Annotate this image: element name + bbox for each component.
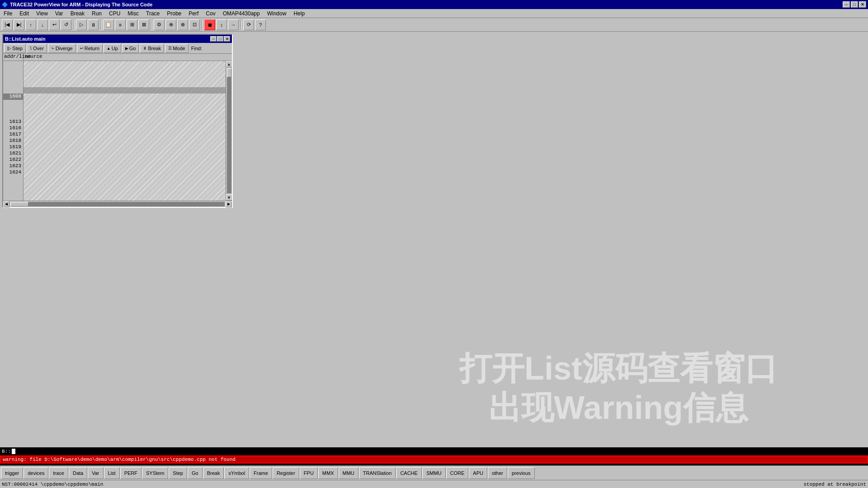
source-title-controls: ─ □ ✕ — [210, 36, 230, 42]
bottom-btn-other[interactable]: other — [488, 467, 507, 479]
scroll-down-button[interactable]: ▼ — [226, 194, 232, 201]
bottom-btn-MMX[interactable]: MMX — [318, 467, 338, 479]
line-numbers: 1608 16131616161716181619162116221623162… — [3, 61, 24, 201]
vertical-scrollbar[interactable]: ▲ ▼ — [226, 61, 232, 201]
toolbar-btn-10[interactable]: ≡ — [115, 19, 126, 30]
return-button[interactable]: ↩ Return — [77, 44, 103, 53]
toolbar-btn-4[interactable]: ↓ — [37, 19, 48, 30]
bottom-btn-trigger[interactable]: trigger — [1, 467, 23, 479]
toolbar-btn-1[interactable]: |◀ — [2, 19, 13, 30]
bottom-btn-List[interactable]: List — [104, 467, 120, 479]
toolbar-btn-6[interactable]: ↺ — [61, 19, 71, 30]
bottom-btn-Frame[interactable]: Frame — [250, 467, 272, 479]
menu-item-edit[interactable]: Edit — [16, 9, 33, 18]
scroll-track-vertical[interactable] — [227, 68, 231, 193]
bottom-btn-FPU[interactable]: FPU — [300, 467, 318, 479]
toolbar-btn-3[interactable]: ↑ — [25, 19, 36, 30]
bottom-btn-trace[interactable]: trace — [49, 467, 68, 479]
minimize-button[interactable]: ─ — [843, 1, 850, 8]
bottom-btn-Break[interactable]: Break — [203, 467, 224, 479]
menu-item-run[interactable]: Run — [88, 9, 105, 18]
menu-item-cpu[interactable]: CPU — [105, 9, 124, 18]
scroll-up-button[interactable]: ▲ — [226, 61, 232, 67]
scroll-left-button[interactable]: ◀ — [3, 201, 9, 207]
go-button[interactable]: ▶ Go — [122, 44, 139, 53]
mode-button[interactable]: ☰ Mode — [165, 44, 189, 53]
scroll-right-button[interactable]: ▶ — [226, 201, 232, 207]
bottom-btn-Step[interactable]: Step — [169, 467, 187, 479]
menu-item-omap4430app[interactable]: OMAP4430app — [219, 9, 264, 18]
maximize-button[interactable]: □ — [851, 1, 858, 8]
toolbar-btn-9[interactable]: 📋 — [103, 19, 114, 30]
bottom-btn-APU[interactable]: APU — [469, 467, 487, 479]
toolbar-btn-16[interactable]: ⊡ — [189, 19, 200, 30]
command-prompt: B:: — [2, 449, 11, 454]
bottom-btn-sYmbol[interactable]: sYmbol — [224, 467, 249, 479]
bottom-btn-Var[interactable]: Var — [88, 467, 103, 479]
menu-item-probe[interactable]: Probe — [163, 9, 185, 18]
close-button[interactable]: ✕ — [859, 1, 866, 8]
menu-item-view[interactable]: View — [33, 9, 52, 18]
bottom-btn-SMMU[interactable]: SMMU — [422, 467, 446, 479]
scroll-thumb-horizontal[interactable] — [10, 202, 28, 206]
menu-item-help[interactable]: Help — [290, 9, 308, 18]
up-icon: ▲ — [107, 46, 111, 51]
title-bar-controls: ─ □ ✕ — [843, 1, 866, 8]
menu-item-window[interactable]: Window — [264, 9, 290, 18]
up-label: Up — [112, 46, 118, 51]
menu-item-file[interactable]: File — [0, 9, 16, 18]
toolbar-btn-20[interactable]: ? — [255, 19, 266, 30]
line-num-1616: 1616 — [3, 125, 23, 131]
menu-item-trace[interactable]: Trace — [142, 9, 163, 18]
toolbar-btn-19[interactable]: ⟳ — [243, 19, 254, 30]
bottom-btn-TRANSlation[interactable]: TRANSlation — [359, 467, 396, 479]
source-window-titlebar: B::List.auto main ─ □ ✕ — [3, 35, 232, 43]
horizontal-scrollbar[interactable]: ◀ ▶ — [3, 201, 232, 207]
toolbar-stop-btn[interactable]: ⏹ — [204, 19, 215, 30]
bottom-btn-devices[interactable]: devices — [24, 467, 48, 479]
source-window: B::List.auto main ─ □ ✕ |▷ Step ⤵ Over ⤷… — [2, 34, 233, 208]
bottom-btn-CACHE[interactable]: CACHE — [396, 467, 422, 479]
toolbar-btn-8[interactable]: ⏸ — [88, 19, 99, 30]
menu-item-perf[interactable]: Perf — [185, 9, 202, 18]
toolbar-btn-2[interactable]: ▶| — [14, 19, 24, 30]
toolbar-btn-15[interactable]: ⊗ — [177, 19, 188, 30]
bottom-btn-PERF[interactable]: PERF — [120, 467, 142, 479]
scroll-thumb-vertical[interactable] — [227, 68, 231, 77]
menu-item-misc[interactable]: Misc — [124, 9, 142, 18]
toolbar-btn-5[interactable]: ↩ — [49, 19, 60, 30]
menu-item-cov[interactable]: Cov — [202, 9, 219, 18]
menu-item-var[interactable]: Var — [52, 9, 67, 18]
go-label: Go — [129, 46, 136, 51]
toolbar-btn-7[interactable]: ▷ — [76, 19, 87, 30]
bottom-btn-Go[interactable]: Go — [188, 467, 203, 479]
toolbar-btn-17[interactable]: ↕ — [216, 19, 227, 30]
step-button[interactable]: |▷ Step — [4, 44, 26, 53]
source-max-button[interactable]: □ — [217, 36, 223, 42]
over-button[interactable]: ⤵ Over — [27, 44, 47, 53]
source-close-button[interactable]: ✕ — [224, 36, 230, 42]
diverge-label: Diverge — [56, 46, 73, 51]
toolbar-btn-11[interactable]: ⊞ — [127, 19, 137, 30]
toolbar-btn-13[interactable]: ⚙ — [154, 19, 165, 30]
toolbar-btn-18[interactable]: → — [228, 19, 239, 30]
command-bar: B:: warning: file D:\Software\demo\demo\… — [0, 447, 868, 465]
toolbar-btn-14[interactable]: ⊕ — [165, 19, 176, 30]
bottom-btn-SYStem[interactable]: SYStem — [142, 467, 168, 479]
scroll-track-horizontal[interactable] — [10, 202, 225, 206]
diverge-button[interactable]: ⤷ Diverge — [48, 44, 76, 53]
break-label: Break — [148, 46, 161, 51]
bottom-btn-MMU[interactable]: MMU — [339, 467, 359, 479]
source-code-area[interactable] — [24, 61, 226, 201]
source-min-button[interactable]: ─ — [210, 36, 217, 42]
toolbar-btn-12[interactable]: ⊠ — [138, 19, 149, 30]
break-button[interactable]: ⏸ Break — [140, 44, 164, 53]
bottom-btn-previous[interactable]: previous — [508, 467, 535, 479]
over-label: Over — [33, 46, 44, 51]
bottom-btn-Register[interactable]: Register — [273, 467, 299, 479]
bottom-btn-CORE[interactable]: CORE — [446, 467, 469, 479]
menu-item-break[interactable]: Break — [67, 9, 88, 18]
bottom-btn-Data[interactable]: Data — [69, 467, 87, 479]
up-button[interactable]: ▲ Up — [104, 44, 121, 53]
toolbar-sep-3 — [151, 20, 152, 30]
